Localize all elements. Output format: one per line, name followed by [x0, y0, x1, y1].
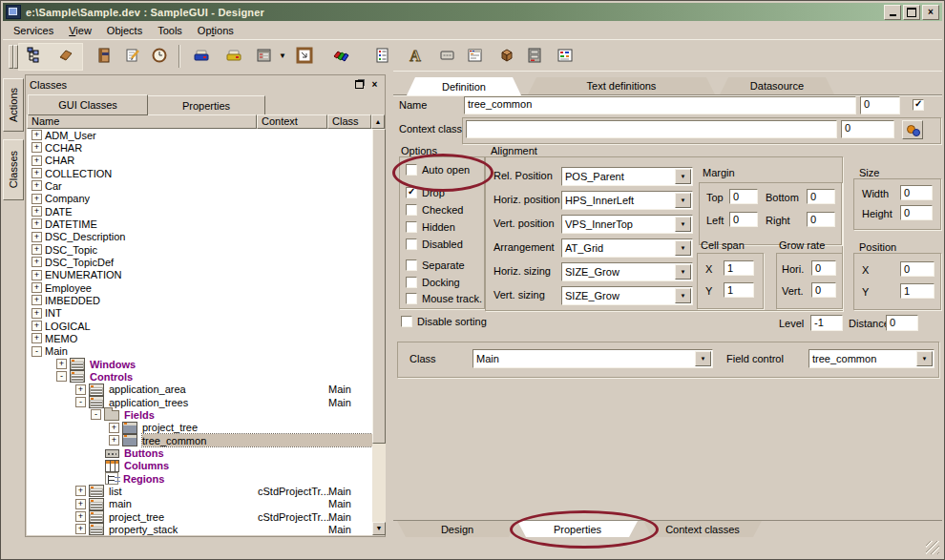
expander-icon[interactable]: + [75, 511, 86, 522]
menu-services[interactable]: Services [6, 23, 61, 38]
tree-row[interactable]: +DATETIME [27, 218, 372, 230]
checkbox-disabled[interactable]: Disabled [406, 239, 463, 250]
tree-row[interactable]: +Employee [27, 281, 372, 294]
horiz-sizing-select[interactable]: SIZE_Grow▼ [561, 262, 693, 281]
expander-icon[interactable]: + [32, 206, 42, 217]
position-y-input[interactable]: 1 [900, 283, 934, 299]
tree-row[interactable]: +IMBEDDED [27, 294, 372, 306]
tree-row[interactable]: +MEMO [27, 332, 372, 344]
dock-tab-actions[interactable]: Actions [3, 78, 24, 132]
float-panel-button[interactable] [353, 79, 366, 91]
position-x-input[interactable]: 0 [900, 261, 934, 277]
close-button[interactable]: × [922, 5, 939, 20]
minimize-button[interactable] [884, 5, 901, 20]
checkbox[interactable] [406, 277, 417, 288]
expander-icon[interactable]: - [91, 409, 101, 420]
resize-grip[interactable] [926, 541, 939, 554]
checkbox-docking[interactable]: Docking [406, 277, 460, 288]
help-book-button[interactable] [91, 44, 117, 69]
expander-icon[interactable]: + [32, 295, 42, 305]
margin-top-input[interactable]: 0 [729, 189, 758, 204]
field-control-select[interactable]: tree_common▼ [808, 349, 934, 368]
chevron-down-icon[interactable]: ▼ [675, 169, 691, 184]
checkbox-disable-sorting[interactable]: Disable sorting [401, 316, 487, 327]
expander-icon[interactable]: + [32, 282, 42, 293]
scroll-down-button[interactable]: ▼ [372, 522, 386, 535]
tree-row[interactable]: +Company [27, 193, 372, 205]
maximize-button[interactable] [903, 5, 920, 20]
expander-icon[interactable]: + [32, 218, 42, 229]
tree-row[interactable]: +DSC_Description [27, 231, 372, 243]
arrangement-select[interactable]: AT_Grid▼ [561, 239, 693, 258]
expander-icon[interactable]: + [32, 232, 42, 242]
image-editor-button[interactable] [291, 44, 318, 69]
tree-row[interactable]: +DATE [27, 205, 372, 218]
horiz-position-select[interactable]: HPS_InnerLeft▼ [561, 191, 693, 210]
tree-row[interactable]: +Windows [27, 358, 372, 370]
expander-icon[interactable]: + [32, 321, 42, 331]
class-select[interactable]: Main▼ [472, 349, 713, 368]
name-checkbox[interactable]: ✓ [913, 99, 924, 111]
menu-options[interactable]: Options [190, 23, 242, 38]
expander-icon[interactable]: + [32, 156, 42, 166]
report-list-button[interactable] [369, 44, 396, 69]
chevron-down-icon[interactable]: ▼ [695, 351, 711, 366]
tree-row[interactable]: Columns [27, 460, 372, 472]
chevron-down-icon[interactable]: ▼ [675, 240, 691, 256]
column-header-class[interactable]: Class [327, 114, 371, 129]
checkbox-separate[interactable]: Separate [406, 259, 465, 271]
form-properties-button[interactable] [251, 44, 278, 69]
tree-row[interactable]: -Main [27, 345, 372, 358]
class-browser-button[interactable] [21, 44, 48, 69]
checkbox[interactable] [406, 204, 417, 216]
checkbox[interactable] [406, 164, 417, 176]
edit-notes-button[interactable] [119, 44, 146, 69]
margin-left-input[interactable]: 0 [729, 212, 758, 227]
expander-icon[interactable]: + [32, 168, 42, 178]
checkbox[interactable] [406, 239, 417, 250]
eraser-button[interactable] [52, 44, 79, 69]
tab-definition[interactable]: Definition [407, 77, 521, 95]
scrollbar-thumb[interactable] [372, 129, 386, 444]
chevron-down-icon[interactable]: ▼ [675, 193, 691, 208]
checkbox[interactable] [406, 221, 417, 233]
grow-rate-hori-input[interactable]: 0 [811, 260, 836, 276]
form-window-button[interactable] [462, 44, 489, 69]
chevron-down-icon[interactable]: ▼ [675, 217, 691, 232]
tree-row[interactable]: +listcStdProjectTr...Main [27, 485, 372, 497]
tree-scrollbar[interactable]: ▼ [372, 129, 386, 535]
tree-row[interactable]: +Car [27, 179, 372, 192]
cell-span-x-input[interactable]: 1 [724, 260, 754, 276]
tree-row[interactable]: +DSC_Topic [27, 243, 372, 256]
tree-row[interactable]: +mainMain [27, 498, 372, 510]
tree-row[interactable]: +CHAR [27, 155, 372, 167]
dialog-button[interactable] [552, 44, 578, 69]
scroll-up-button[interactable]: ▲ [371, 114, 385, 129]
vert-sizing-select[interactable]: SIZE_Grow▼ [561, 286, 693, 305]
expander-icon[interactable]: + [75, 384, 86, 395]
tree-row[interactable]: +DSC_TopicDef [27, 256, 372, 268]
tree-row[interactable]: +application_areaMain [27, 384, 372, 396]
tab-context-classes[interactable]: Context classes [643, 521, 762, 537]
server-button[interactable] [521, 44, 548, 69]
expander-icon[interactable]: + [32, 244, 42, 255]
menu-objects[interactable]: Objects [99, 23, 150, 38]
checkbox-hidden[interactable]: Hidden [406, 221, 455, 233]
tree-row[interactable]: +INT [27, 307, 372, 320]
margin-bottom-input[interactable]: 0 [807, 189, 835, 204]
menu-view[interactable]: View [61, 23, 99, 38]
dock-tab-classes[interactable]: Classes [3, 139, 24, 200]
tab-properties-left[interactable]: Properties [147, 95, 265, 115]
vert-position-select[interactable]: VPS_InnerTop▼ [561, 215, 693, 234]
checkbox[interactable] [406, 293, 417, 304]
expander-icon[interactable]: + [109, 435, 119, 446]
tree-row[interactable]: +CCHAR [27, 141, 372, 154]
level-input[interactable]: -1 [810, 315, 843, 331]
column-header-context-class[interactable]: Context class [257, 114, 327, 129]
chevron-down-icon[interactable]: ▼ [675, 264, 691, 280]
tree-row[interactable]: +ADM_User [27, 129, 372, 141]
tree-row[interactable]: +ENUMERATION [27, 269, 372, 281]
context-class-picker-button[interactable] [902, 120, 923, 139]
name-input[interactable]: tree_common [464, 96, 856, 114]
tree-row[interactable]: -Fields [27, 408, 372, 421]
